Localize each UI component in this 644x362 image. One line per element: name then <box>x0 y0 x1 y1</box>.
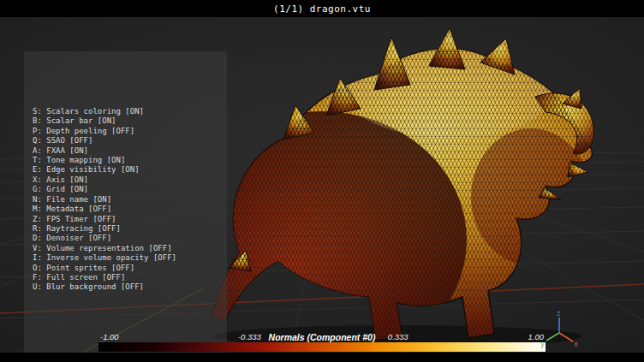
cheatsheet-line: P: Depth peeling [OFF] <box>33 127 218 136</box>
scalar-bar-tick-low: -0.333 <box>238 332 261 341</box>
scalar-bar-tick-high: 0.333 <box>388 332 408 341</box>
dragon-model <box>193 21 608 347</box>
cheatsheet-line: T: Tone mapping [ON] <box>33 156 218 165</box>
cheatsheet-line: V: Volume representation [OFF] <box>33 244 218 253</box>
cheatsheet-line: B: Scalar bar [ON] <box>33 116 218 126</box>
cheatsheet-line: M: Metadata [OFF] <box>33 205 218 214</box>
cheatsheet-line: O: Point sprites [OFF] <box>33 264 218 273</box>
x-axis-label: x <box>574 341 578 348</box>
window-title: (1/1) dragon.vtu <box>0 3 644 15</box>
dragon-wireframe <box>212 49 592 340</box>
cheatsheet-line: N: File name [ON] <box>33 195 218 205</box>
z-axis-label: z <box>557 310 561 317</box>
scalar-bar: -1.00 -0.333 Normals (Component #0) 0.33… <box>98 331 546 352</box>
orientation-axes-widget: z x y <box>540 310 579 349</box>
cheatsheet-line: D: Denoiser [OFF] <box>33 234 218 243</box>
render-viewport[interactable]: S: Scalars coloring [ON]B: Scalar bar [O… <box>0 17 644 353</box>
cheatsheet-line: G: Grid [ON] <box>33 185 218 194</box>
y-axis-line <box>546 333 559 341</box>
cheatsheet-line: S: Scalars coloring [ON] <box>33 107 218 116</box>
cheatsheet-line: R: Raytracing [OFF] <box>33 224 218 234</box>
cheatsheet-line: Q: SSAO [OFF] <box>33 136 218 145</box>
cheatsheet-line: E: Edge visibility [ON] <box>33 165 218 175</box>
f3d-window: (1/1) dragon.vtu <box>0 0 644 362</box>
letterbox-bottom <box>0 353 644 362</box>
scalar-bar-labels: -1.00 -0.333 Normals (Component #0) 0.33… <box>98 331 546 342</box>
cheatsheet-line: U: Blur background [OFF] <box>33 282 218 292</box>
scalar-bar-tick-min: -1.00 <box>100 332 119 341</box>
cheatsheet-line: X: Axis [ON] <box>33 175 218 185</box>
x-axis-line <box>559 333 573 341</box>
cheatsheet-line: F: Full screen [OFF] <box>33 273 218 282</box>
scalar-bar-gradient <box>98 342 546 352</box>
cheatsheet-line: Z: FPS Timer [OFF] <box>33 215 218 224</box>
cheatsheet-toggles: S: Scalars coloring [ON]B: Scalar bar [O… <box>33 78 218 293</box>
cheatsheet-panel: S: Scalars coloring [ON]B: Scalar bar [O… <box>24 51 227 362</box>
y-axis-label: y <box>540 341 545 348</box>
scalar-bar-title: Normals (Component #0) <box>269 332 376 342</box>
cheatsheet-spacer <box>33 312 218 322</box>
cheatsheet-line: I: Inverse volume opacity [OFF] <box>33 253 218 263</box>
cheatsheet-line: A: FXAA [ON] <box>33 146 218 156</box>
